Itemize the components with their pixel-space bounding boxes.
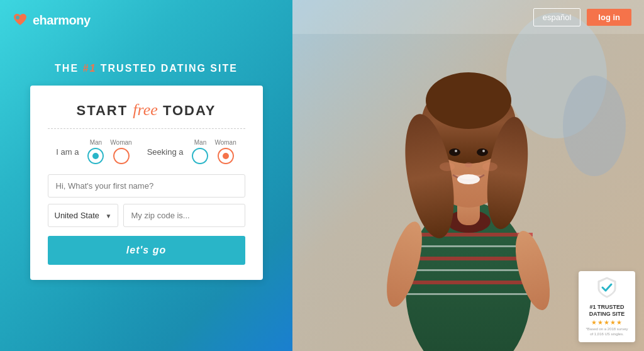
form-divider [48, 128, 245, 129]
svg-point-25 [482, 162, 497, 171]
tagline-prefix: THE [55, 63, 82, 74]
right-panel: español log in #1 TRUSTED DATING SITE ★★… [292, 0, 644, 351]
tagline-suffix: TRUSTED DATING SITE [96, 63, 238, 74]
svg-point-23 [465, 162, 472, 167]
country-select-wrapper: United States Canada United Kingdom Aust… [48, 204, 118, 227]
first-name-input[interactable] [48, 174, 245, 198]
svg-point-20 [455, 150, 457, 152]
svg-rect-9 [407, 281, 533, 284]
trust-badge: #1 TRUSTED DATING SITE ★★★★★ *Based on a… [579, 271, 635, 342]
trust-badge-stars: ★★★★★ [585, 319, 629, 326]
submit-button[interactable]: let's go [48, 236, 245, 265]
svg-point-17 [426, 72, 511, 129]
trust-badge-shield-icon [596, 276, 618, 299]
iam-man-circle[interactable] [87, 148, 104, 164]
iam-woman-option[interactable]: Woman [110, 139, 131, 164]
svg-point-22 [457, 174, 480, 184]
svg-rect-5 [407, 233, 533, 237]
svg-point-24 [440, 162, 455, 171]
svg-rect-6 [407, 245, 533, 247]
login-button[interactable]: log in [587, 9, 631, 26]
seeking-woman-circle[interactable] [218, 148, 234, 164]
zip-code-input[interactable] [123, 204, 245, 227]
svg-rect-10 [407, 293, 533, 295]
svg-point-0 [16, 16, 19, 20]
iam-woman-label: Woman [110, 139, 131, 146]
signup-form-card: START free TODAY I am a Man Woman [30, 86, 263, 280]
seeking-group: Seeking a Man Woman [147, 139, 236, 164]
heart-logo-icon [11, 11, 29, 29]
logo-area: eharmony [11, 11, 91, 29]
iam-group: I am a Man Woman [56, 139, 131, 164]
trust-badge-footnote: *Based on a 2018 survey of 1,016 US sing… [585, 327, 629, 337]
svg-point-21 [482, 150, 485, 152]
svg-point-18 [449, 148, 460, 156]
seeking-label: Seeking a [147, 147, 184, 157]
location-row: United States Canada United Kingdom Aust… [48, 204, 245, 227]
nav-bar: español log in [292, 0, 644, 34]
iam-woman-circle[interactable] [113, 148, 130, 164]
espanol-button[interactable]: español [533, 8, 581, 26]
country-select[interactable]: United States Canada United Kingdom Aust… [48, 204, 118, 227]
trust-badge-title: #1 TRUSTED DATING SITE [585, 304, 629, 318]
radio-section: I am a Man Woman Seeking a Man [48, 139, 245, 164]
seeking-man-option[interactable]: Man [192, 139, 208, 164]
tagline-highlight: #1 [83, 63, 97, 74]
seeking-man-circle[interactable] [192, 148, 208, 164]
tagline: THE #1 TRUSTED DATING SITE [55, 63, 238, 74]
iam-man-label: Man [90, 139, 102, 146]
form-title-start: START [77, 103, 133, 118]
svg-rect-7 [407, 257, 533, 260]
left-panel: eharmony THE #1 TRUSTED DATING SITE STAR… [0, 0, 292, 351]
form-title-free: free [133, 101, 157, 119]
seeking-woman-option[interactable]: Woman [214, 139, 236, 164]
seeking-man-label: Man [194, 139, 206, 146]
iam-man-circle-inner [92, 153, 99, 159]
seeking-woman-label: Woman [214, 139, 236, 146]
seeking-woman-circle-inner [223, 153, 229, 159]
iam-man-option[interactable]: Man [87, 139, 104, 164]
svg-rect-8 [407, 269, 533, 271]
svg-point-3 [563, 75, 626, 176]
iam-label: I am a [56, 147, 79, 157]
logo-text: eharmony [33, 13, 91, 28]
form-title-end: TODAY [158, 103, 216, 118]
svg-point-19 [477, 148, 488, 156]
form-title: START free TODAY [48, 101, 245, 120]
